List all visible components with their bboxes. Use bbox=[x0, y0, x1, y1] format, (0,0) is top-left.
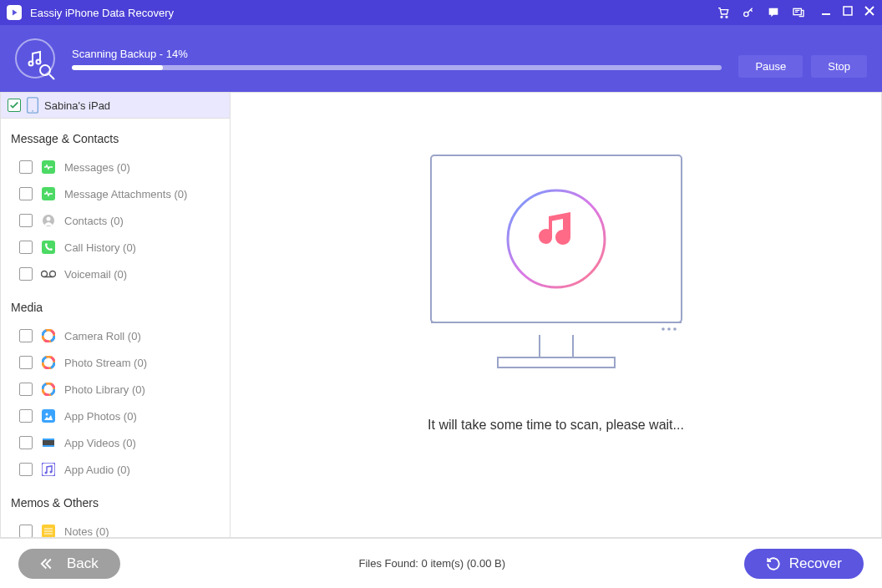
sidebar-item-msg-attach[interactable]: Message Attachments (0) bbox=[1, 180, 230, 207]
app-videos-icon bbox=[39, 433, 58, 452]
item-checkbox[interactable] bbox=[19, 463, 33, 476]
item-label: Photo Stream (0) bbox=[64, 357, 147, 369]
item-checkbox[interactable] bbox=[19, 267, 33, 281]
app-logo bbox=[7, 5, 22, 20]
photo-library-icon bbox=[39, 380, 58, 398]
item-checkbox[interactable] bbox=[19, 525, 33, 537]
maximize-button[interactable] bbox=[842, 5, 854, 20]
item-label: App Photos (0) bbox=[64, 410, 137, 423]
svg-rect-36 bbox=[42, 463, 55, 476]
svg-point-8 bbox=[29, 62, 33, 66]
window-controls bbox=[820, 5, 875, 20]
contacts-icon bbox=[39, 211, 58, 230]
app-title: Eassiy iPhone Data Recovery bbox=[30, 7, 717, 19]
svg-line-11 bbox=[49, 74, 54, 79]
wait-text: It will take some time to scan, please w… bbox=[428, 418, 684, 433]
notes-icon bbox=[39, 522, 58, 537]
item-label: Photo Library (0) bbox=[64, 383, 145, 396]
back-button[interactable]: Back bbox=[18, 549, 120, 579]
app-photos-icon bbox=[39, 407, 58, 425]
svg-point-38 bbox=[50, 471, 53, 474]
item-checkbox[interactable] bbox=[19, 214, 33, 227]
svg-point-46 bbox=[662, 327, 665, 331]
svg-point-0 bbox=[721, 16, 722, 18]
item-checkbox[interactable] bbox=[19, 356, 33, 369]
svg-point-32 bbox=[46, 413, 48, 416]
feedback-icon[interactable] bbox=[792, 6, 805, 19]
voicemail-icon bbox=[39, 265, 58, 283]
sidebar-item-messages[interactable]: Messages (0) bbox=[1, 154, 230, 180]
item-checkbox[interactable] bbox=[19, 383, 33, 396]
recover-label: Recover bbox=[789, 555, 842, 572]
item-label: Call History (0) bbox=[64, 241, 136, 254]
close-button[interactable] bbox=[864, 5, 875, 20]
sidebar-item-camera-roll[interactable]: Camera Roll (0) bbox=[1, 322, 230, 349]
svg-rect-34 bbox=[43, 438, 54, 440]
item-label: Voicemail (0) bbox=[64, 268, 127, 281]
group-title: Media bbox=[1, 287, 230, 322]
item-label: Contacts (0) bbox=[64, 215, 124, 227]
app-audio-icon bbox=[39, 460, 58, 479]
stop-button[interactable]: Stop bbox=[811, 55, 867, 78]
item-label: App Videos (0) bbox=[64, 437, 136, 449]
svg-point-20 bbox=[50, 271, 56, 277]
cart-icon[interactable] bbox=[717, 6, 730, 19]
svg-rect-15 bbox=[42, 187, 55, 200]
progress-main: Scanning Backup - 14% bbox=[72, 48, 722, 70]
sidebar-item-app-photos[interactable]: App Photos (0) bbox=[1, 403, 230, 429]
device-row[interactable]: Sabina's iPad bbox=[1, 93, 230, 119]
scan-icon bbox=[15, 38, 55, 79]
photo-stream-icon bbox=[39, 353, 58, 372]
device-name: Sabina's iPad bbox=[44, 99, 110, 112]
svg-point-48 bbox=[673, 327, 677, 331]
msg-attach-icon bbox=[39, 185, 58, 203]
progress-bar bbox=[72, 65, 722, 70]
footer: Back Files Found: 0 item(s) (0.00 B) Rec… bbox=[0, 538, 882, 588]
sidebar-item-contacts[interactable]: Contacts (0) bbox=[1, 207, 230, 234]
footer-status: Files Found: 0 item(s) (0.00 B) bbox=[120, 557, 744, 570]
item-checkbox[interactable] bbox=[19, 160, 33, 174]
key-icon[interactable] bbox=[742, 6, 755, 19]
svg-point-10 bbox=[40, 65, 50, 75]
group-title: Message & Contacts bbox=[1, 119, 230, 154]
back-label: Back bbox=[67, 555, 99, 572]
item-checkbox[interactable] bbox=[19, 436, 33, 449]
sidebar-item-app-videos[interactable]: App Videos (0) bbox=[1, 429, 230, 456]
svg-rect-14 bbox=[42, 160, 55, 174]
item-label: Camera Roll (0) bbox=[64, 330, 141, 342]
sidebar-item-call-history[interactable]: Call History (0) bbox=[1, 234, 230, 261]
item-label: Notes (0) bbox=[64, 525, 109, 538]
sidebar-item-voicemail[interactable]: Voicemail (0) bbox=[1, 261, 230, 287]
item-label: App Audio (0) bbox=[64, 464, 130, 476]
camera-roll-icon bbox=[39, 327, 58, 345]
svg-rect-5 bbox=[844, 7, 852, 15]
titlebar-actions bbox=[717, 6, 805, 19]
sidebar-item-photo-library[interactable]: Photo Library (0) bbox=[1, 376, 230, 403]
item-checkbox[interactable] bbox=[19, 187, 33, 200]
item-checkbox[interactable] bbox=[19, 409, 33, 423]
sidebar-item-notes[interactable]: Notes (0) bbox=[1, 518, 230, 537]
minimize-button[interactable] bbox=[820, 5, 832, 20]
sidebar-item-app-audio[interactable]: App Audio (0) bbox=[1, 456, 230, 483]
body-area: Sabina's iPad Message & ContactsMessages… bbox=[0, 92, 882, 538]
device-checkbox[interactable] bbox=[8, 99, 21, 112]
item-checkbox[interactable] bbox=[19, 329, 33, 342]
svg-rect-18 bbox=[42, 241, 55, 254]
progress-label: Scanning Backup - 14% bbox=[72, 48, 722, 60]
progress-header: Scanning Backup - 14% Pause Stop bbox=[0, 25, 882, 92]
group-title: Memos & Others bbox=[1, 483, 230, 518]
sidebar[interactable]: Sabina's iPad Message & ContactsMessages… bbox=[1, 93, 231, 537]
main-panel: It will take some time to scan, please w… bbox=[231, 93, 881, 537]
item-label: Message Attachments (0) bbox=[64, 188, 187, 200]
svg-rect-31 bbox=[42, 409, 55, 423]
pause-button[interactable]: Pause bbox=[738, 55, 803, 78]
item-checkbox[interactable] bbox=[19, 241, 33, 254]
call-history-icon bbox=[39, 238, 58, 256]
svg-point-1 bbox=[726, 16, 727, 18]
recover-button[interactable]: Recover bbox=[744, 549, 864, 579]
sidebar-item-photo-stream[interactable]: Photo Stream (0) bbox=[1, 349, 230, 376]
svg-point-47 bbox=[667, 327, 671, 331]
chat-icon[interactable] bbox=[767, 6, 780, 19]
ipad-icon bbox=[26, 97, 39, 114]
monitor-illustration bbox=[414, 147, 698, 376]
